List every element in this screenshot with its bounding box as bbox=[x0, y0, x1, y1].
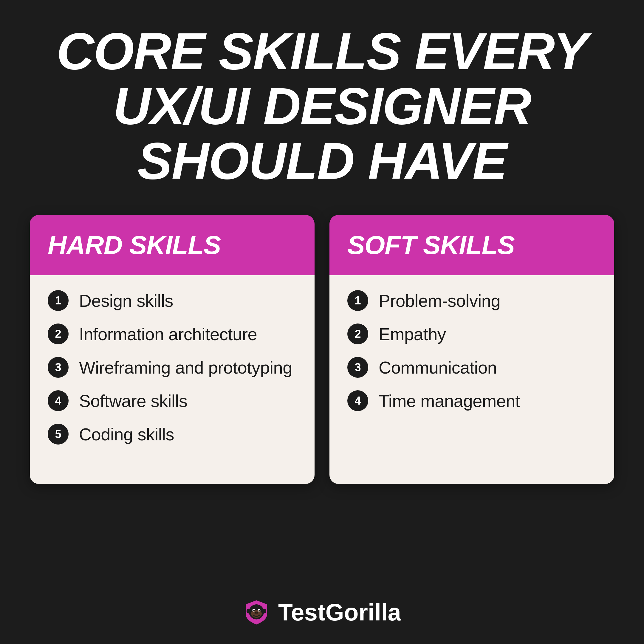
list-item: 2 Empathy bbox=[347, 323, 596, 344]
soft-skills-header: SOFT SKILLS bbox=[329, 215, 614, 275]
soft-skills-title: SOFT SKILLS bbox=[347, 230, 596, 260]
svg-point-7 bbox=[258, 610, 260, 611]
list-item: 5 Coding skills bbox=[48, 424, 297, 445]
list-item: 2 Information architecture bbox=[48, 323, 297, 344]
svg-point-1 bbox=[247, 609, 251, 613]
skill-label: Information architecture bbox=[79, 324, 257, 344]
page-title: CORE SKILLS EVERY UX/UI DESIGNER SHOULD … bbox=[30, 24, 614, 188]
list-item: 3 Wireframing and prototyping bbox=[48, 357, 297, 378]
skill-number-3: 3 bbox=[48, 357, 69, 378]
skill-label: Software skills bbox=[79, 391, 187, 411]
skill-label: Problem-solving bbox=[379, 291, 500, 311]
list-item: 1 Problem-solving bbox=[347, 290, 596, 311]
skill-label: Design skills bbox=[79, 291, 173, 311]
logo-section: TestGorilla bbox=[243, 599, 401, 626]
hard-skills-title: HARD SKILLS bbox=[48, 230, 297, 260]
page-wrapper: CORE SKILLS EVERY UX/UI DESIGNER SHOULD … bbox=[0, 0, 644, 644]
skill-label: Communication bbox=[379, 357, 497, 377]
soft-skills-card: SOFT SKILLS 1 Problem-solving 2 Empathy bbox=[329, 215, 614, 484]
hard-skills-header: HARD SKILLS bbox=[30, 215, 315, 275]
cards-container: HARD SKILLS 1 Design skills 2 Informatio… bbox=[30, 215, 614, 484]
svg-point-9 bbox=[255, 612, 256, 613]
logo-text: TestGorilla bbox=[278, 599, 401, 626]
soft-skills-body: 1 Problem-solving 2 Empathy 3 Communicat… bbox=[329, 275, 614, 484]
skill-number-1: 1 bbox=[48, 290, 69, 311]
list-item: 4 Time management bbox=[347, 390, 596, 411]
list-item: 1 Design skills bbox=[48, 290, 297, 311]
skill-number-4: 4 bbox=[347, 390, 368, 411]
svg-point-10 bbox=[257, 612, 258, 613]
svg-point-2 bbox=[261, 609, 266, 613]
hard-skills-card: HARD SKILLS 1 Design skills 2 Informatio… bbox=[30, 215, 315, 484]
svg-point-6 bbox=[253, 610, 255, 611]
skill-label: Wireframing and prototyping bbox=[79, 357, 292, 377]
list-item: 4 Software skills bbox=[48, 390, 297, 411]
svg-point-8 bbox=[255, 612, 258, 614]
skill-number-4: 4 bbox=[48, 390, 69, 411]
skill-number-2: 2 bbox=[347, 323, 368, 344]
skill-label: Time management bbox=[379, 391, 520, 411]
skill-number-3: 3 bbox=[347, 357, 368, 378]
skill-number-1: 1 bbox=[347, 290, 368, 311]
skill-label: Empathy bbox=[379, 324, 446, 344]
testgorilla-logo-icon bbox=[243, 599, 270, 626]
skill-number-2: 2 bbox=[48, 323, 69, 344]
skill-number-5: 5 bbox=[48, 424, 69, 445]
hard-skills-body: 1 Design skills 2 Information architectu… bbox=[30, 275, 315, 484]
list-item: 3 Communication bbox=[347, 357, 596, 378]
skill-label: Coding skills bbox=[79, 424, 174, 444]
